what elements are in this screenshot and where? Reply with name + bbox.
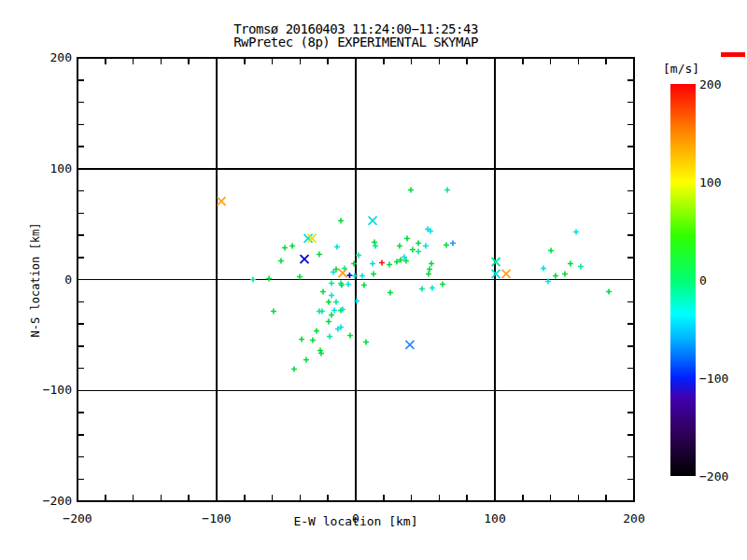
data-point-plus [541, 266, 546, 272]
data-point-plus [271, 308, 276, 314]
colorbar-tick-label: 0 [699, 273, 744, 287]
data-point-plus [548, 248, 554, 254]
data-point-plus [326, 319, 331, 325]
colorbar-tick-label: 200 [699, 77, 744, 91]
data-point-plus [410, 247, 416, 253]
data-point-plus [426, 271, 431, 276]
y-tick-label: −200 [43, 494, 72, 508]
data-point-plus [329, 292, 334, 298]
colorbar-unit-label: [m/s] [663, 62, 699, 76]
data-point-plus [327, 334, 332, 340]
data-point-plus [397, 244, 402, 249]
data-point-plus [356, 252, 361, 258]
data-point-plus [291, 366, 297, 371]
data-point-plus [314, 328, 319, 333]
data-point-plus [444, 242, 449, 247]
data-point-plus [299, 337, 304, 343]
data-point-plus [430, 286, 435, 291]
data-point-cross [492, 270, 500, 278]
data-point-plus [450, 241, 456, 246]
data-point-plus [387, 261, 392, 267]
colorbar-tick-label: −200 [699, 469, 744, 483]
data-point-plus [317, 308, 322, 314]
data-point-plus [317, 348, 323, 354]
data-point-plus [297, 274, 303, 280]
data-point-plus [289, 244, 295, 249]
data-point-plus [363, 339, 369, 344]
colorbar-tick-label: 100 [699, 175, 744, 189]
y-tick-label: 0 [64, 273, 72, 287]
data-point-cross [405, 341, 414, 349]
data-point-plus [333, 299, 339, 304]
data-point-plus [334, 244, 340, 249]
data-point-plus [388, 290, 393, 296]
y-tick-label: 200 [50, 50, 72, 64]
data-point-plus [568, 261, 573, 267]
data-point-cross [492, 258, 500, 266]
colorbar [670, 84, 696, 476]
data-point-plus [250, 277, 256, 283]
data-point-plus [317, 252, 322, 258]
data-point-plus [331, 308, 337, 314]
data-point-plus [282, 245, 288, 251]
data-point-plus [352, 273, 358, 278]
data-point-plus [320, 288, 326, 294]
data-point-cross [338, 269, 346, 277]
y-axis-label: N-S location [km] [29, 210, 42, 350]
data-point-cross [502, 270, 511, 278]
data-point-plus [346, 273, 352, 278]
data-point-plus [429, 261, 434, 267]
data-point-plus [372, 239, 377, 245]
data-point-plus [303, 357, 309, 362]
data-point-plus [427, 266, 432, 272]
data-point-plus [423, 244, 429, 249]
data-point-plus [266, 276, 272, 282]
data-point-plus [379, 259, 385, 265]
data-point-plus [310, 337, 316, 343]
data-point-plus [444, 188, 450, 193]
top-right-red-marker [721, 52, 745, 57]
data-point-plus [373, 244, 378, 249]
data-point-plus [338, 217, 344, 223]
y-tick-label: −100 [43, 383, 72, 397]
data-point-plus [404, 235, 410, 241]
data-point-plus [573, 230, 579, 235]
data-point-plus [326, 299, 331, 304]
data-point-plus [278, 259, 284, 264]
data-point-plus [361, 283, 367, 288]
data-point-plus [370, 261, 375, 267]
data-point-plus [562, 271, 568, 276]
data-point-plus [408, 188, 414, 193]
data-point-plus [331, 270, 336, 275]
data-point-cross [369, 217, 377, 225]
data-point-plus [606, 288, 612, 294]
data-point-plus [553, 273, 558, 278]
grid-lines [78, 58, 634, 501]
scatter-plot-canvas: −200−1000100200−200−1000100200 [0, 0, 747, 560]
data-point-plus [318, 350, 324, 356]
y-tick-label: 100 [50, 161, 72, 175]
data-point-plus [354, 299, 359, 304]
data-point-plus [416, 248, 421, 254]
data-point-plus [371, 271, 376, 276]
data-point-plus [578, 263, 584, 269]
data-point-plus [347, 332, 353, 338]
data-point-plus [440, 281, 445, 287]
data-point-cross [301, 255, 309, 263]
data-point-plus [416, 241, 421, 246]
skymap-figure: Tromsø 20160403 11:24:00−11:25:43 RwPret… [0, 0, 747, 560]
colorbar-tick-label: −100 [699, 371, 744, 385]
data-point-plus [329, 313, 334, 318]
data-point-plus [329, 281, 334, 287]
data-point-plus [345, 281, 351, 287]
x-axis-label: E-W location [km] [78, 514, 634, 528]
data-point-cross [218, 197, 226, 205]
y-tick-labels: −200−1000100200 [43, 50, 72, 508]
data-point-plus [359, 273, 365, 278]
data-point-plus [419, 286, 425, 291]
